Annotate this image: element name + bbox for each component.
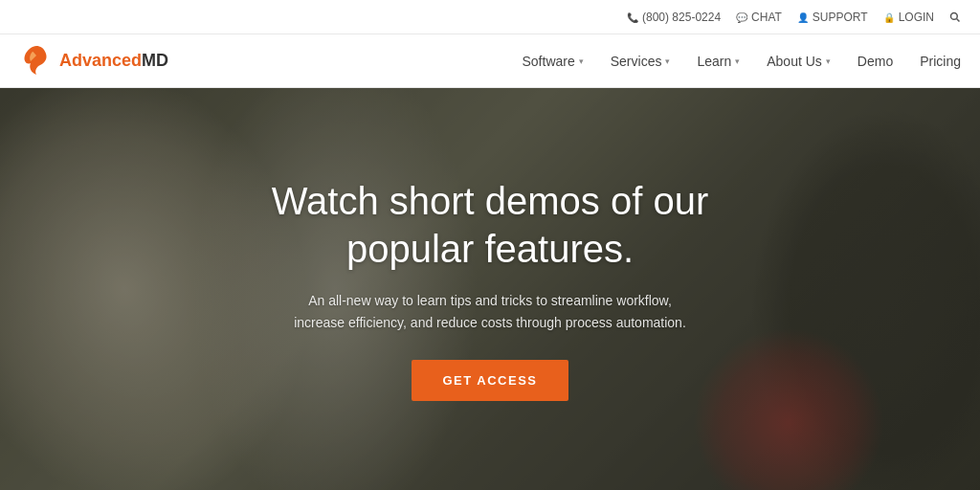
logo-image	[19, 44, 54, 78]
search-icon	[949, 11, 961, 23]
chevron-down-icon: ▾	[735, 56, 740, 66]
nav-item-about[interactable]: About Us ▾	[767, 54, 831, 69]
nav-item-learn[interactable]: Learn ▾	[697, 54, 740, 69]
svg-point-0	[951, 12, 958, 19]
nav-item-software[interactable]: Software ▾	[523, 54, 584, 69]
support-icon	[797, 11, 809, 23]
support-link[interactable]: SUPPORT	[797, 11, 868, 24]
nav-link-about[interactable]: About Us ▾	[767, 54, 831, 69]
logo-text: AdvancedMD	[59, 51, 168, 71]
nav-link-pricing[interactable]: Pricing	[920, 54, 961, 69]
support-label: SUPPORT	[813, 11, 868, 24]
chat-link[interactable]: CHAT	[736, 11, 782, 24]
search-link[interactable]	[949, 11, 961, 23]
phone-icon	[627, 11, 638, 23]
hero-title: Watch short demos of our popular feature…	[203, 177, 777, 273]
navbar: AdvancedMD Software ▾ Services ▾ Learn ▾…	[0, 34, 980, 88]
login-icon	[883, 11, 895, 23]
nav-item-pricing[interactable]: Pricing	[920, 54, 961, 69]
phone-number: (800) 825-0224	[642, 11, 721, 24]
login-link[interactable]: LOGIN	[883, 11, 934, 24]
chat-label: CHAT	[751, 11, 782, 24]
get-access-button[interactable]: GET ACCESS	[412, 360, 568, 401]
phone-link[interactable]: (800) 825-0224	[627, 11, 721, 24]
login-label: LOGIN	[899, 11, 934, 24]
nav-links: Software ▾ Services ▾ Learn ▾ About Us ▾	[523, 54, 962, 69]
chevron-down-icon: ▾	[665, 56, 670, 66]
nav-link-demo[interactable]: Demo	[858, 54, 893, 69]
nav-link-services[interactable]: Services ▾	[611, 54, 671, 69]
hero-content: Watch short demos of our popular feature…	[0, 88, 980, 490]
chevron-down-icon: ▾	[826, 56, 831, 66]
svg-line-1	[957, 18, 960, 21]
hero-section: Watch short demos of our popular feature…	[0, 88, 980, 490]
nav-item-demo[interactable]: Demo	[858, 54, 893, 69]
chevron-down-icon: ▾	[579, 56, 584, 66]
nav-item-services[interactable]: Services ▾	[611, 54, 671, 69]
top-bar: (800) 825-0224 CHAT SUPPORT LOGIN	[0, 0, 980, 34]
hero-subtitle: An all-new way to learn tips and tricks …	[289, 290, 691, 333]
chat-icon	[736, 11, 747, 23]
nav-link-learn[interactable]: Learn ▾	[697, 54, 740, 69]
logo[interactable]: AdvancedMD	[19, 44, 168, 78]
nav-link-software[interactable]: Software ▾	[523, 54, 584, 69]
